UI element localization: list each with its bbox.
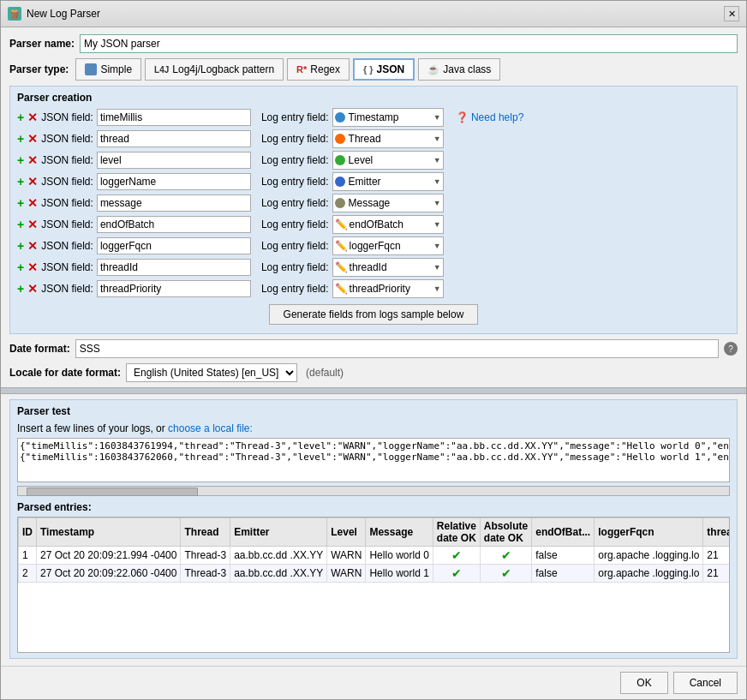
del-field-6-button[interactable]: ✕ <box>27 239 38 253</box>
parser-name-input[interactable] <box>80 34 738 53</box>
entry-select-text-3: Emitter <box>349 176 432 188</box>
bottom-bar: OK Cancel <box>1 666 746 699</box>
locale-select[interactable]: English (United States) [en_US] <box>126 363 297 382</box>
cell-emitter-2: aa.bb.cc.dd .XX.YY <box>230 565 327 583</box>
entry-select-text-6: loggerFqcn <box>350 240 432 252</box>
col-threadid: threadId <box>703 518 730 547</box>
json-field-input-2[interactable] <box>97 152 251 169</box>
del-field-2-button[interactable]: ✕ <box>27 153 38 167</box>
json-field-input-0[interactable] <box>97 109 251 126</box>
level-icon <box>335 155 345 165</box>
dropdown-arrow-0: ▼ <box>433 113 441 122</box>
generate-fields-button[interactable]: Generate fields from logs sample below <box>269 304 479 325</box>
thread-icon <box>335 134 345 144</box>
cell-ts-1: 27 Oct 20 20:09:21.994 -0400 <box>37 547 181 565</box>
json-field-input-8[interactable] <box>97 280 251 297</box>
type-simple-button[interactable]: Simple <box>75 58 141 81</box>
date-help-icon[interactable]: ? <box>724 342 738 356</box>
log-entry-label-6: Log entry field: <box>261 240 329 252</box>
field-row-2: + ✕ JSON field: Log entry field: Level ▼ <box>17 151 730 170</box>
pencil-icon-8: ✏️ <box>335 283 348 295</box>
type-json-label: JSON <box>377 63 405 75</box>
close-button[interactable]: ✕ <box>724 6 739 21</box>
entry-select-text-0: Timestamp <box>349 111 432 123</box>
cell-emitter-1: aa.bb.cc.dd .XX.YY <box>230 547 327 565</box>
col-level: Level <box>327 518 366 547</box>
date-format-label: Date format: <box>9 343 70 355</box>
json-field-label-0: JSON field: <box>41 111 93 123</box>
log-entry-select-0[interactable]: Timestamp ▼ <box>332 108 444 127</box>
col-rel-date: Relativedate OK <box>433 518 480 547</box>
entry-select-text-8: threadPriority <box>350 283 432 295</box>
app-icon: 🪵 <box>8 7 21 21</box>
add-field-0-button[interactable]: + <box>17 111 24 124</box>
add-field-3-button[interactable]: + <box>17 175 24 188</box>
need-help-link[interactable]: ❓ Need help? <box>456 111 524 123</box>
log4j-icon: L4J <box>154 65 169 75</box>
log-entry-select-5[interactable]: ✏️ endOfBatch ▼ <box>332 215 444 234</box>
log-entry-select-1[interactable]: Thread ▼ <box>332 129 444 148</box>
section-divider <box>1 387 746 394</box>
log-entry-select-3[interactable]: Emitter ▼ <box>332 172 444 191</box>
field-row-1: + ✕ JSON field: Log entry field: Thread … <box>17 129 730 148</box>
dropdown-arrow-2: ▼ <box>433 156 441 165</box>
del-field-3-button[interactable]: ✕ <box>27 175 38 188</box>
cell-fqcn-2: org.apache .logging.lo <box>595 565 703 583</box>
simple-icon <box>85 63 97 75</box>
log-textarea[interactable] <box>17 438 730 482</box>
test-instruction: Insert a few lines of your logs, or choo… <box>17 422 730 434</box>
log-entry-label-8: Log entry field: <box>261 283 329 295</box>
entry-select-text-2: Level <box>349 154 432 166</box>
add-field-1-button[interactable]: + <box>17 132 24 146</box>
json-field-input-3[interactable] <box>97 173 251 190</box>
log-entry-select-2[interactable]: Level ▼ <box>332 151 444 170</box>
add-field-7-button[interactable]: + <box>17 260 24 274</box>
type-java-button[interactable]: ☕ Java class <box>418 58 500 81</box>
cell-abs-1: ✔ <box>480 547 531 565</box>
dropdown-arrow-7: ▼ <box>433 263 441 272</box>
del-field-7-button[interactable]: ✕ <box>27 260 38 274</box>
choose-local-link[interactable]: choose a local file: <box>168 422 253 434</box>
entry-select-text-5: endOfBatch <box>350 218 432 230</box>
log-entry-select-6[interactable]: ✏️ loggerFqcn ▼ <box>332 236 444 255</box>
json-field-input-6[interactable] <box>97 237 251 254</box>
add-field-8-button[interactable]: + <box>17 282 24 296</box>
parser-test-title: Parser test <box>17 405 730 417</box>
parser-test-box: Parser test Insert a few lines of your l… <box>9 399 738 659</box>
field-row-4: + ✕ JSON field: Log entry field: Message… <box>17 194 730 212</box>
type-log4j-button[interactable]: L4J Log4j/Logback pattern <box>145 58 284 81</box>
log-entry-select-8[interactable]: ✏️ threadPriority ▼ <box>332 279 444 298</box>
cancel-button[interactable]: Cancel <box>673 672 738 694</box>
title-bar: 🪵 New Log Parser ✕ <box>1 1 746 27</box>
json-field-input-7[interactable] <box>97 259 251 276</box>
json-field-label-2: JSON field: <box>41 154 93 166</box>
del-field-1-button[interactable]: ✕ <box>27 132 38 146</box>
json-field-input-4[interactable] <box>97 194 251 212</box>
ts-icon <box>335 112 345 123</box>
log-entry-label-3: Log entry field: <box>261 176 329 188</box>
type-json-button[interactable]: { } JSON <box>353 58 415 81</box>
del-field-4-button[interactable]: ✕ <box>27 196 38 210</box>
add-field-2-button[interactable]: + <box>17 153 24 167</box>
add-field-6-button[interactable]: + <box>17 239 24 253</box>
add-field-5-button[interactable]: + <box>17 218 24 231</box>
type-regex-button[interactable]: R* Regex <box>287 58 350 81</box>
json-field-input-5[interactable] <box>97 216 251 233</box>
col-loggerfqcn: loggerFqcn <box>595 518 703 547</box>
log-entry-select-4[interactable]: Message ▼ <box>332 194 444 212</box>
ok-button[interactable]: OK <box>620 672 667 694</box>
check-icon-abs-1: ✔ <box>484 548 528 562</box>
parser-type-row: Parser type: Simple L4J Log4j/Logback pa… <box>9 58 738 81</box>
scrollbar-thumb[interactable] <box>27 488 198 496</box>
test-instruction-text: Insert a few lines of your logs, or <box>17 422 165 434</box>
date-format-input[interactable] <box>75 339 719 358</box>
del-field-8-button[interactable]: ✕ <box>27 282 38 296</box>
log-entry-select-7[interactable]: ✏️ threadId ▼ <box>332 258 444 277</box>
del-field-0-button[interactable]: ✕ <box>27 111 38 124</box>
locale-row: Locale for date format: English (United … <box>9 363 738 382</box>
del-field-5-button[interactable]: ✕ <box>27 218 38 231</box>
add-field-4-button[interactable]: + <box>17 196 24 210</box>
col-id: ID <box>19 518 37 547</box>
horizontal-scrollbar[interactable] <box>17 486 730 496</box>
json-field-input-1[interactable] <box>97 130 251 147</box>
